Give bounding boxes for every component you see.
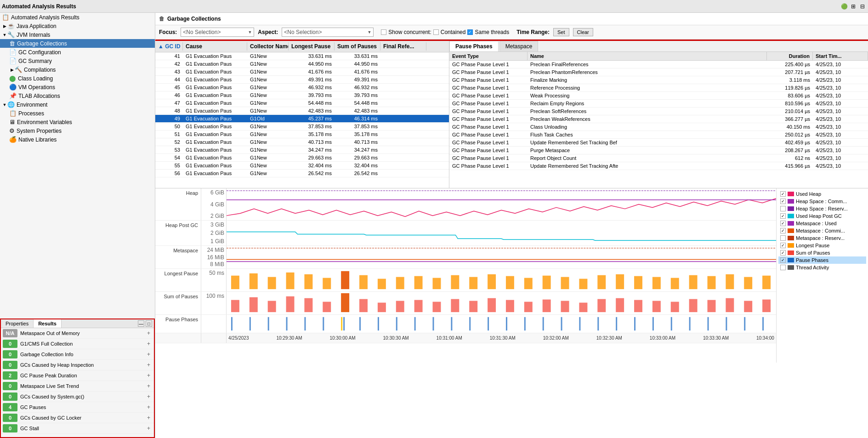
result-expand-icon[interactable]: + bbox=[145, 362, 152, 368]
table-row[interactable]: 49 G1 Evacuation Paus G1Old 45.237 ms 46… bbox=[155, 115, 449, 123]
th-sum[interactable]: Sum of Pauses bbox=[335, 42, 380, 51]
table-row[interactable]: 48 G1 Evacuation Paus G1New 42.483 ms 42… bbox=[155, 107, 449, 115]
detail-row[interactable]: GC Phase Pause Level 1 Weak Processing 8… bbox=[449, 92, 868, 100]
focus-select[interactable]: <No Selection> ▼ bbox=[181, 28, 254, 37]
legend-checkbox[interactable] bbox=[780, 228, 786, 233]
result-row[interactable]: 0 GCs Caused by Heap Inspection + bbox=[1, 360, 154, 370]
result-expand-icon[interactable]: + bbox=[145, 330, 152, 336]
legend-item[interactable]: Heap Space : Reserv... bbox=[778, 205, 866, 212]
legend-item[interactable]: Heap Space : Comm... bbox=[778, 198, 866, 205]
window-icon[interactable]: ⊟ bbox=[859, 3, 866, 10]
legend-item[interactable]: Metaspace : Used bbox=[778, 220, 866, 227]
table-row[interactable]: 45 G1 Evacuation Paus G1New 46.932 ms 46… bbox=[155, 84, 449, 91]
sidebar-item-class-loading[interactable]: ⬤ Class Loading bbox=[0, 74, 155, 83]
legend-item[interactable]: Pause Phases bbox=[778, 256, 866, 264]
detail-row[interactable]: GC Phase Pause Level 1 Preclean FinalRef… bbox=[449, 61, 868, 68]
sidebar-item-env-vars[interactable]: 🖥 Environment Variables bbox=[0, 118, 155, 126]
legend-checkbox[interactable] bbox=[780, 206, 786, 211]
th-finalref[interactable]: Final Refe... bbox=[380, 42, 426, 51]
detail-row[interactable]: GC Phase Pause Level 1 Preclean SoftRefe… bbox=[449, 108, 868, 115]
clear-button[interactable]: Clear bbox=[573, 28, 593, 36]
minimize-btn[interactable]: — bbox=[138, 320, 144, 327]
th-cause[interactable]: Cause bbox=[183, 42, 247, 51]
dth-starttime[interactable]: Start Tim... bbox=[813, 52, 868, 60]
result-expand-icon[interactable]: + bbox=[145, 393, 152, 400]
detail-row[interactable]: GC Phase Pause Level 1 Reclaim Empty Reg… bbox=[449, 100, 868, 108]
table-row[interactable]: 43 G1 Evacuation Paus G1New 41.676 ms 41… bbox=[155, 68, 449, 76]
table-row[interactable]: 46 G1 Evacuation Paus G1New 39.793 ms 39… bbox=[155, 91, 449, 99]
table-row[interactable]: 54 G1 Evacuation Paus G1New 29.663 ms 29… bbox=[155, 154, 449, 162]
legend-checkbox[interactable] bbox=[780, 243, 786, 248]
contained-checkbox[interactable] bbox=[433, 29, 439, 35]
sidebar-item-compilations[interactable]: ▶ 🔨 Compilations bbox=[0, 65, 155, 74]
same-threads-checkbox[interactable] bbox=[467, 29, 473, 35]
th-longest[interactable]: Longest Pause bbox=[289, 42, 335, 51]
sidebar-item-sys-props[interactable]: ⚙ System Properties bbox=[0, 126, 155, 135]
table-row[interactable]: 41 G1 Evacuation Paus G1New 33.631 ms 33… bbox=[155, 52, 449, 60]
result-expand-icon[interactable]: + bbox=[145, 404, 152, 410]
result-expand-icon[interactable]: + bbox=[145, 415, 152, 421]
result-row[interactable]: 0 Metaspace Live Set Trend + bbox=[1, 381, 154, 392]
result-expand-icon[interactable]: + bbox=[145, 372, 152, 379]
th-gcid[interactable]: ▲ GC ID bbox=[155, 42, 183, 51]
result-row[interactable]: 4 GC Pauses + bbox=[1, 402, 154, 413]
table-row[interactable]: 53 G1 Evacuation Paus G1New 34.247 ms 34… bbox=[155, 146, 449, 154]
legend-checkbox[interactable] bbox=[780, 221, 786, 226]
table-row[interactable]: 44 G1 Evacuation Paus G1New 49.391 ms 49… bbox=[155, 76, 449, 84]
legend-checkbox[interactable] bbox=[780, 213, 786, 219]
detail-row[interactable]: GC Phase Pause Level 1 Preclean PhantomR… bbox=[449, 68, 868, 76]
table-row[interactable]: 47 G1 Evacuation Paus G1New 54.448 ms 54… bbox=[155, 99, 449, 107]
detail-row[interactable]: GC Phase Pause Level 1 Flush Task Caches… bbox=[449, 131, 868, 139]
detail-tab-pause-phases[interactable]: Pause Phases bbox=[449, 41, 499, 51]
legend-item[interactable]: Metaspace : Reserv... bbox=[778, 234, 866, 242]
maximize-btn[interactable]: □ bbox=[146, 320, 152, 327]
legend-checkbox[interactable] bbox=[780, 235, 786, 241]
th-collector[interactable]: Collector Name bbox=[247, 42, 289, 51]
table-row[interactable]: 52 G1 Evacuation Paus G1New 40.713 ms 40… bbox=[155, 138, 449, 146]
detail-row[interactable]: GC Phase Pause Level 1 Update Remembered… bbox=[449, 162, 868, 170]
sidebar-item-gc[interactable]: 🗑 Garbage Collections bbox=[0, 39, 155, 48]
show-concurrent-checkbox[interactable] bbox=[381, 29, 386, 35]
detail-row[interactable]: GC Phase Pause Level 1 Finalize Marking … bbox=[449, 76, 868, 84]
legend-item[interactable]: Metaspace : Commi... bbox=[778, 227, 866, 234]
legend-checkbox[interactable] bbox=[780, 257, 786, 263]
legend-item[interactable]: Sum of Pauses bbox=[778, 249, 866, 256]
sidebar-item-vm-ops[interactable]: 🔵 VM Operations bbox=[0, 83, 155, 91]
legend-item[interactable]: Longest Pause bbox=[778, 242, 866, 249]
result-row[interactable]: 0 Garbage Collection Info + bbox=[1, 349, 154, 360]
result-row[interactable]: 0 GCs Caused by System.gc() + bbox=[1, 392, 154, 402]
dth-name[interactable]: Name bbox=[528, 52, 767, 60]
result-row[interactable]: N/A Metaspace Out of Memory + bbox=[1, 328, 154, 339]
sidebar-item-gc-summary[interactable]: 📄 GC Summary bbox=[0, 57, 155, 65]
green-circle-icon[interactable]: 🟢 bbox=[840, 3, 848, 10]
sidebar-item-automated-analysis[interactable]: 📋 Automated Analysis Results bbox=[0, 13, 155, 22]
result-row[interactable]: 0 GCs Caused by GC Locker + bbox=[1, 413, 154, 423]
legend-checkbox[interactable] bbox=[780, 191, 786, 197]
result-expand-icon[interactable]: + bbox=[145, 383, 152, 389]
set-button[interactable]: Set bbox=[553, 28, 569, 36]
result-expand-icon[interactable]: + bbox=[145, 425, 152, 432]
legend-checkbox[interactable] bbox=[780, 199, 786, 204]
sidebar-item-jvm-internals[interactable]: ▼ 🔧 JVM Internals bbox=[0, 30, 155, 39]
aspect-select[interactable]: <No Selection> ▼ bbox=[282, 28, 374, 37]
detail-tab-metaspace[interactable]: Metaspace bbox=[499, 41, 539, 51]
legend-checkbox[interactable] bbox=[780, 250, 786, 256]
detail-row[interactable]: GC Phase Pause Level 1 Report Object Cou… bbox=[449, 154, 868, 162]
detail-row[interactable]: GC Phase Pause Level 1 Purge Metaspace 2… bbox=[449, 147, 868, 154]
table-row[interactable]: 56 G1 Evacuation Paus G1New 26.542 ms 26… bbox=[155, 170, 449, 177]
table-row[interactable]: 51 G1 Evacuation Paus G1New 35.178 ms 35… bbox=[155, 131, 449, 138]
detail-row[interactable]: GC Phase Pause Level 1 Class Unloading 4… bbox=[449, 123, 868, 131]
table-row[interactable]: 42 G1 Evacuation Paus G1New 44.950 ms 44… bbox=[155, 60, 449, 68]
layers-icon[interactable]: ⊞ bbox=[850, 3, 857, 10]
sidebar-item-gc-config[interactable]: 📄 GC Configuration bbox=[0, 48, 155, 57]
legend-checkbox[interactable] bbox=[780, 265, 786, 270]
result-row[interactable]: 2 GC Pause Peak Duration + bbox=[1, 370, 154, 381]
table-row[interactable]: 55 G1 Evacuation Paus G1New 32.404 ms 32… bbox=[155, 162, 449, 170]
table-row[interactable]: 50 G1 Evacuation Paus G1New 37.853 ms 37… bbox=[155, 123, 449, 131]
tab-properties[interactable]: Properties bbox=[1, 319, 34, 328]
sidebar-item-tlab[interactable]: 📌 TLAB Allocations bbox=[0, 91, 155, 100]
detail-row[interactable]: GC Phase Pause Level 1 Preclean WeakRefe… bbox=[449, 115, 868, 123]
tab-results[interactable]: Results bbox=[34, 319, 62, 328]
sidebar-item-java-app[interactable]: ▶ ☕ Java Application bbox=[0, 22, 155, 30]
legend-item[interactable]: Thread Activity bbox=[778, 264, 866, 271]
